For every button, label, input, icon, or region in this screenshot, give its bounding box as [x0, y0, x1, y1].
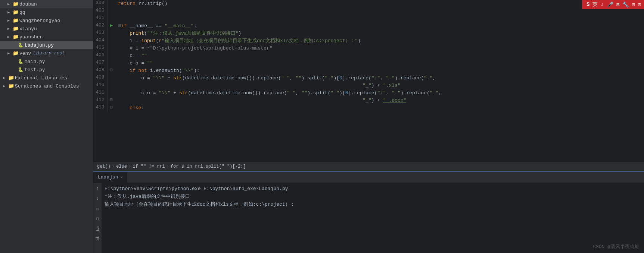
line-code: return rr.strip()	[115, 0, 644, 7]
breadcrumb-item[interactable]: get()	[97, 164, 111, 169]
editor-main: 399 return rr.strip() 400 401	[93, 0, 644, 253]
terminal-format-btn[interactable]: ⊟	[94, 216, 101, 222]
folder-icon: 📁	[8, 83, 15, 89]
table-row: 403 print("*注：仅从.java后缀的文件中识别接口")	[93, 30, 644, 37]
line-code: ⊟if __name__ == "__main__":	[115, 22, 644, 30]
arrow-icon: ▶	[7, 2, 13, 6]
line-number: 412	[93, 97, 108, 104]
sidebar-item-scratches[interactable]: ▶ 📁 Scratches and Consoles	[0, 82, 93, 90]
sidebar-item-wangzherongyao[interactable]: ▶ 📁 wangzherongyao	[0, 16, 93, 25]
arrow-icon: ▶	[3, 76, 8, 80]
table-row: 412 ⊟ "_") + " .docx"	[93, 97, 644, 104]
terminal-toolbar: ↑ ↓ ≡ ⊟ 🖨 🗑	[93, 183, 102, 253]
mic-icon[interactable]: 🎤	[607, 1, 613, 8]
line-number: 403	[93, 30, 108, 37]
line-code: # i = r"D:\python-project\springboot-plu…	[115, 45, 644, 52]
arrow-icon: ▶	[7, 51, 13, 56]
line-gutter: ⊟	[108, 104, 115, 112]
python-file-icon: 🐍	[18, 42, 25, 48]
line-number: 413	[93, 104, 108, 112]
tools-icon[interactable]: 🔧	[622, 1, 629, 8]
line-code: c_o = ""	[115, 60, 644, 67]
line-gutter	[108, 7, 115, 15]
terminal-panel: Ladajun ✕ ↑ ↓ ≡ ⊟ 🖨 🗑 E:\python\venv\Scr…	[93, 171, 644, 253]
folder-icon: 📁	[8, 75, 15, 81]
line-number: 404	[93, 37, 108, 45]
terminal-line: *注：仅从.java后缀的文件中识别接口	[105, 193, 641, 201]
line-number: 401	[93, 15, 108, 22]
input-icon[interactable]: 英	[592, 1, 598, 8]
grid-icon[interactable]: ⊞	[616, 1, 619, 8]
line-number: 405	[93, 45, 108, 52]
line-gutter: ⊟	[108, 67, 115, 75]
sidebar-item-external-libs[interactable]: ▶ 📁 External Libraries	[0, 74, 93, 82]
terminal-scroll-up-btn[interactable]: ↑	[94, 185, 101, 192]
sidebar-item-label: yuanshen	[19, 34, 43, 40]
sidebar-item-main-py[interactable]: ▶ 🐍 main.py	[0, 57, 93, 66]
table-row: 401	[93, 15, 644, 22]
terminal-wrap-btn[interactable]: ≡	[94, 206, 101, 213]
arrow-icon: ▶	[7, 10, 13, 15]
folder-icon: 📁	[13, 18, 19, 23]
sidebar-item-label: main.py	[25, 59, 45, 64]
line-number: 407	[93, 60, 108, 67]
folder-icon: 📁	[13, 50, 19, 56]
watermark: CSDN @清风半夜鸣蛙	[593, 243, 640, 250]
table-row: 406 o = ""	[93, 52, 644, 60]
python-file-icon: 🐍	[18, 67, 25, 73]
arrow-icon: ▶	[7, 18, 13, 23]
line-gutter	[108, 30, 115, 37]
breadcrumb-item[interactable]: if "" != rr1	[133, 164, 165, 169]
terminal-tab-close[interactable]: ✕	[121, 175, 123, 180]
sidebar-item-label: Scratches and Consoles	[15, 83, 79, 89]
table-row: 409 o = "\\" + str(datetime.datetime.now…	[93, 75, 644, 82]
breadcrumb-item[interactable]: for s in rr1.split(" ")[-2:]	[171, 164, 246, 169]
sidebar-item-ladajun-py[interactable]: ▶ 🐍 Ladajun.py	[0, 41, 93, 49]
sidebar-item-yuanshen[interactable]: ▶ 📁 yuanshen	[0, 33, 93, 41]
line-gutter	[108, 37, 115, 45]
line-gutter	[108, 82, 115, 89]
sidebar-item-qq[interactable]: ▶ 📁 qq	[0, 8, 93, 16]
table-row: 400	[93, 7, 644, 15]
sidebar-item-xianyu[interactable]: ▶ 📁 xianyu	[0, 25, 93, 33]
line-gutter	[108, 45, 115, 52]
line-code	[115, 7, 644, 15]
folder-icon: 📁	[13, 34, 19, 40]
table-row: 410 "_") + ".xls"	[93, 82, 644, 89]
terminal-scroll-down-btn[interactable]: ↓	[94, 195, 101, 202]
terminal-print-btn[interactable]: 🖨	[94, 225, 101, 232]
terminal-tab-ladajun[interactable]: Ladajun ✕	[93, 172, 128, 183]
close-icon[interactable]: ⊡	[638, 1, 641, 8]
sidebar-item-douban[interactable]: ▶ 📁 douban	[0, 0, 93, 8]
run-button-gutter[interactable]: ▶	[108, 22, 115, 30]
line-code: "_") + ".xls"	[115, 82, 644, 89]
line-number: 411	[93, 89, 108, 97]
terminal-tab-label: Ladajun	[98, 174, 118, 180]
top-right-bar: S 英 ♪ 🎤 ⊞ 🔧 ⊟ ⊡	[582, 0, 644, 9]
code-editor[interactable]: 399 return rr.strip() 400 401	[93, 0, 644, 162]
sidebar-item-venv[interactable]: ▶ 📁 venv library root	[0, 49, 93, 57]
table-row: 411 c_o = "\\" + str(datetime.datetime.n…	[93, 89, 644, 97]
line-number: 409	[93, 75, 108, 82]
line-code: c_o = "\\" + str(datetime.datetime.now()…	[115, 89, 644, 97]
line-gutter	[108, 0, 115, 7]
line-number: 402	[93, 22, 108, 30]
line-gutter	[108, 15, 115, 22]
breadcrumb-separator: ›	[167, 164, 169, 169]
sidebar-item-label: Ladajun.py	[25, 42, 54, 48]
music-icon[interactable]: ♪	[601, 1, 604, 7]
folder-icon: 📁	[13, 9, 19, 15]
breadcrumb-item[interactable]: else	[116, 164, 127, 169]
table-row: 404 i = input(r"输入项目地址（会在项目的统计目录下生成doc文档…	[93, 37, 644, 45]
sidebar-item-label: venv	[19, 51, 31, 56]
terminal-clear-btn[interactable]: 🗑	[94, 235, 101, 242]
sidebar-item-test-py[interactable]: ▶ 🐍 test.py	[0, 66, 93, 74]
window-icon[interactable]: ⊟	[632, 1, 635, 8]
table-row: 405 # i = r"D:\python-project\springboot…	[93, 45, 644, 52]
top-icons-bar: 英 ♪ 🎤 ⊞ 🔧 ⊟ ⊡	[592, 1, 641, 8]
sidebar-item-label: douban	[19, 1, 37, 7]
line-number: 400	[93, 7, 108, 15]
terminal-content[interactable]: ↑ ↓ ≡ ⊟ 🖨 🗑 E:\python\venv\Scripts\pytho…	[93, 183, 644, 253]
line-code: o = "\\" + str(datetime.datetime.now()).…	[115, 75, 644, 82]
line-code: i = input(r"输入项目地址（会在项目的统计目录下生成doc文档和xls…	[115, 37, 644, 45]
